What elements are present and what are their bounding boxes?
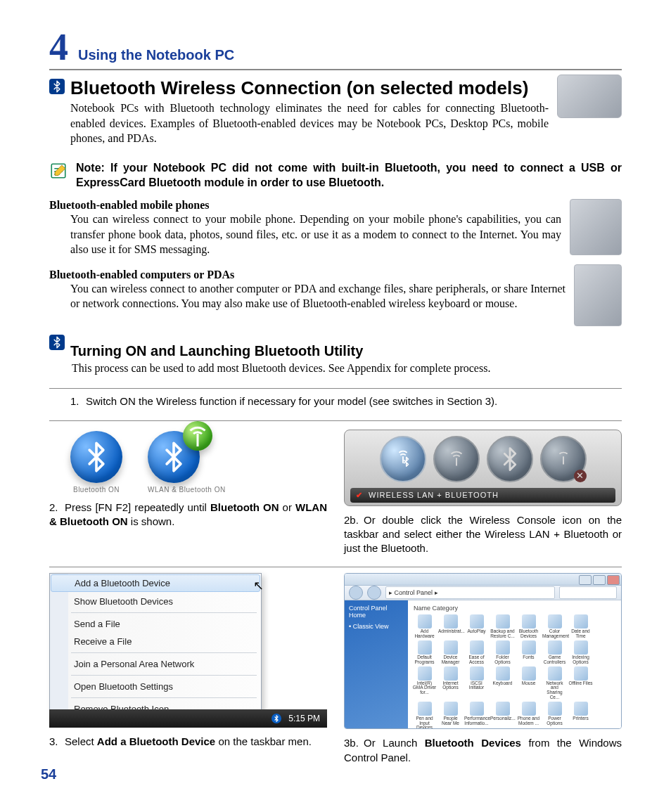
bluetooth-on-caption: Bluetooth ON xyxy=(70,486,122,494)
control-panel-item[interactable]: Offline Files xyxy=(568,666,593,700)
nav-back-button[interactable] xyxy=(349,586,363,600)
control-panel-item[interactable]: People Near Me xyxy=(438,702,463,730)
control-panel-item-icon xyxy=(418,702,432,716)
control-panel-item[interactable]: Indexing Options xyxy=(568,640,593,665)
control-panel-item-icon xyxy=(548,666,562,681)
bluetooth-disc-icon[interactable] xyxy=(487,436,533,482)
nav-forward-button[interactable] xyxy=(367,586,381,600)
sidebar-classic-view[interactable]: • Classic View xyxy=(349,623,404,630)
control-panel-item-label: AutoPlay xyxy=(464,629,489,634)
step-3-text: 3.Select Add a Bluetooth Device on the t… xyxy=(49,735,327,749)
control-panel-sidebar: Control Panel Home • Classic View xyxy=(345,600,408,729)
step-2-text: 2.Press [FN F2] repeatedly until Bluetoo… xyxy=(49,501,327,529)
control-panel-item-label: Fonts xyxy=(516,655,541,660)
page-number: 54 xyxy=(41,766,56,782)
control-panel-item-icon xyxy=(574,666,588,681)
pdas-body: You can wireless connect to another comp… xyxy=(70,281,622,311)
control-panel-item-icon xyxy=(496,614,510,629)
control-panel-item[interactable]: Network and Sharing Ce... xyxy=(542,666,567,700)
control-panel-item[interactable]: Ease of Access xyxy=(464,640,489,665)
control-panel-item-label: Pen and Input Devices xyxy=(412,716,437,730)
control-panel-item-label: Backup and Restore C... xyxy=(490,629,515,639)
control-panel-item[interactable]: Backup and Restore C... xyxy=(490,614,515,639)
disabled-disc-icon[interactable]: ✕ xyxy=(540,436,587,482)
chapter-number: 4 xyxy=(49,28,68,66)
control-panel-item[interactable]: Performance Informatio... xyxy=(464,702,489,730)
control-panel-item[interactable]: Administrat... xyxy=(438,614,463,639)
pda-image xyxy=(574,264,622,326)
menu-item-join-pan[interactable]: Join a Personal Area Network xyxy=(50,655,261,673)
control-panel-window: ▸ Control Panel ▸ Control Panel Home • C… xyxy=(344,573,622,729)
control-panel-item[interactable]: Fonts xyxy=(516,640,541,665)
wireless-console-bar: ✕ ✔ Wireless Lan + Bluetooth xyxy=(344,430,622,506)
control-panel-item-icon xyxy=(522,666,536,681)
control-panel-item[interactable]: Device Manager xyxy=(438,640,463,665)
wlan-disc-icon[interactable] xyxy=(433,436,480,482)
control-panel-item-icon xyxy=(444,614,458,629)
control-panel-item[interactable]: Game Controllers xyxy=(542,640,567,665)
menu-item-add-bluetooth-device[interactable]: Add a Bluetooth Device ↖ xyxy=(51,574,260,592)
window-close-button[interactable] xyxy=(607,575,620,585)
control-panel-item[interactable]: Phone and Modem ... xyxy=(516,702,541,730)
control-panel-item[interactable]: Intel(R) GMA Driver for... xyxy=(412,666,437,700)
control-panel-item-icon xyxy=(418,640,432,655)
control-panel-item-icon xyxy=(522,640,536,655)
taskbar: 5:15 PM xyxy=(49,709,327,728)
control-panel-item-icon xyxy=(418,666,432,681)
menu-item-send-file[interactable]: Send a File xyxy=(50,615,261,633)
wireless-bar-label: Wireless Lan + Bluetooth xyxy=(369,491,499,499)
control-panel-item[interactable]: Pen and Input Devices xyxy=(412,702,437,730)
control-panel-item[interactable]: Default Programs xyxy=(412,640,437,665)
control-panel-item-label: Personaliz... xyxy=(490,716,515,721)
check-icon: ✔ xyxy=(356,491,363,500)
step-2b-text: 2b.Or double click the Wireless Console … xyxy=(344,513,622,556)
control-panel-item[interactable]: Folder Options xyxy=(490,640,515,665)
control-panel-item[interactable]: Keyboard xyxy=(490,666,515,700)
sidebar-home[interactable]: Control Panel Home xyxy=(349,605,404,619)
control-panel-item[interactable]: Add Hardware xyxy=(412,614,437,639)
control-panel-item[interactable]: AutoPlay xyxy=(464,614,489,639)
control-panel-item-icon xyxy=(444,666,458,681)
control-panel-item[interactable]: iSCSI Initiator xyxy=(464,666,489,700)
mobile-phone-image xyxy=(570,199,622,255)
control-panel-item-icon xyxy=(418,614,432,629)
control-panel-item-label: Internet Options xyxy=(438,681,463,691)
control-panel-item[interactable]: Color Management xyxy=(542,614,567,639)
control-panel-item-label: Offline Files xyxy=(568,681,593,686)
control-panel-item-label: Intel(R) GMA Driver for... xyxy=(412,681,437,695)
step-1-text: 1.Switch ON the Wireless function if nec… xyxy=(70,394,622,408)
control-panel-item[interactable]: Mouse xyxy=(516,666,541,700)
control-panel-item-icon xyxy=(444,640,458,655)
control-panel-item[interactable]: Power Options xyxy=(542,702,567,730)
window-maximize-button[interactable] xyxy=(593,575,606,585)
menu-item-open-bt-settings[interactable]: Open Bluetooth Settings xyxy=(50,678,261,695)
control-panel-item[interactable]: Date and Time xyxy=(568,614,593,639)
window-minimize-button[interactable] xyxy=(579,575,592,585)
control-panel-item[interactable]: Internet Options xyxy=(438,666,463,700)
menu-item-receive-file[interactable]: Receive a File xyxy=(50,633,261,650)
control-panel-item-label: Phone and Modem ... xyxy=(516,716,541,726)
chapter-title: Using the Notebook PC xyxy=(78,47,234,63)
control-panel-item-label: iSCSI Initiator xyxy=(464,681,489,691)
section-heading: Turning ON and Launching Bluetooth Utili… xyxy=(70,343,622,359)
note-text: Note: If your Notebook PC did not come w… xyxy=(76,160,622,191)
control-panel-item[interactable]: Bluetooth Devices xyxy=(516,614,541,639)
mouse-image xyxy=(557,75,622,118)
control-panel-item-icon xyxy=(548,640,562,655)
control-panel-item[interactable]: Personaliz... xyxy=(490,702,515,730)
control-panel-item-icon xyxy=(470,666,484,681)
bluetooth-icon xyxy=(49,79,65,94)
control-panel-item[interactable]: Printers xyxy=(568,702,593,730)
menu-item-show-bluetooth-devices[interactable]: Show Bluetooth Devices xyxy=(50,593,261,610)
address-bar[interactable]: ▸ Control Panel ▸ xyxy=(385,586,555,599)
control-panel-item-label: Administrat... xyxy=(438,629,463,634)
wlan-bt-disc-icon[interactable] xyxy=(380,436,426,482)
control-panel-item-label: Date and Time xyxy=(568,629,593,639)
taskbar-bluetooth-icon[interactable] xyxy=(271,714,281,723)
control-panel-item-label: Ease of Access xyxy=(464,655,489,665)
phones-body: You can wireless connect to your mobile … xyxy=(70,212,622,257)
control-panel-item-label: Network and Sharing Ce... xyxy=(542,681,567,700)
phones-subhead: Bluetooth-enabled mobile phones xyxy=(49,199,622,212)
control-panel-item-icon xyxy=(496,640,510,655)
search-input[interactable] xyxy=(559,586,617,599)
